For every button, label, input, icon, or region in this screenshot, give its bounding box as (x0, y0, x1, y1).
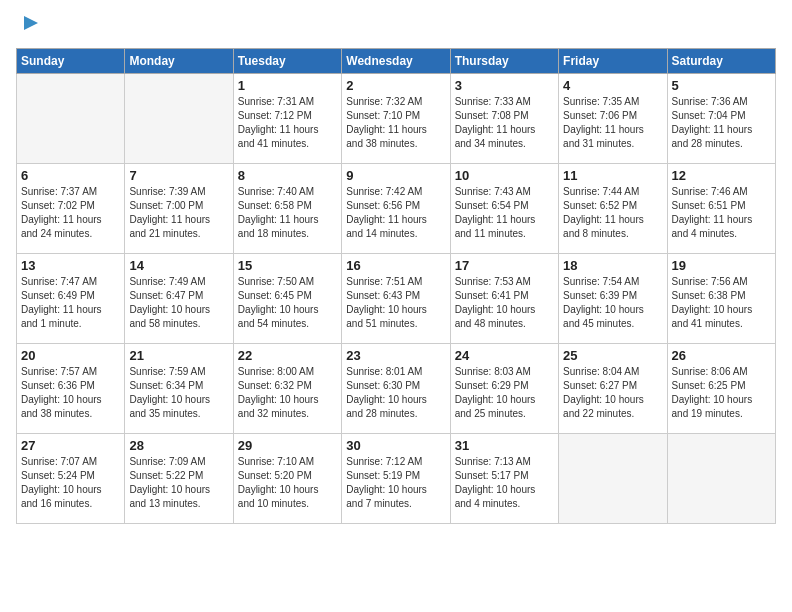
col-header-tuesday: Tuesday (233, 49, 341, 74)
cell-content: Sunrise: 7:42 AM Sunset: 6:56 PM Dayligh… (346, 185, 445, 241)
day-number: 22 (238, 348, 337, 363)
calendar-cell: 6Sunrise: 7:37 AM Sunset: 7:02 PM Daylig… (17, 164, 125, 254)
day-number: 24 (455, 348, 554, 363)
cell-content: Sunrise: 7:47 AM Sunset: 6:49 PM Dayligh… (21, 275, 120, 331)
day-number: 10 (455, 168, 554, 183)
calendar-week-1: 1Sunrise: 7:31 AM Sunset: 7:12 PM Daylig… (17, 74, 776, 164)
cell-content: Sunrise: 8:01 AM Sunset: 6:30 PM Dayligh… (346, 365, 445, 421)
day-number: 4 (563, 78, 662, 93)
calendar-cell: 23Sunrise: 8:01 AM Sunset: 6:30 PM Dayli… (342, 344, 450, 434)
calendar-cell: 30Sunrise: 7:12 AM Sunset: 5:19 PM Dayli… (342, 434, 450, 524)
col-header-sunday: Sunday (17, 49, 125, 74)
cell-content: Sunrise: 7:46 AM Sunset: 6:51 PM Dayligh… (672, 185, 771, 241)
cell-content: Sunrise: 7:35 AM Sunset: 7:06 PM Dayligh… (563, 95, 662, 151)
calendar-cell: 26Sunrise: 8:06 AM Sunset: 6:25 PM Dayli… (667, 344, 775, 434)
col-header-thursday: Thursday (450, 49, 558, 74)
cell-content: Sunrise: 8:03 AM Sunset: 6:29 PM Dayligh… (455, 365, 554, 421)
logo-icon (20, 12, 42, 34)
cell-content: Sunrise: 7:36 AM Sunset: 7:04 PM Dayligh… (672, 95, 771, 151)
calendar-cell: 24Sunrise: 8:03 AM Sunset: 6:29 PM Dayli… (450, 344, 558, 434)
col-header-friday: Friday (559, 49, 667, 74)
cell-content: Sunrise: 7:53 AM Sunset: 6:41 PM Dayligh… (455, 275, 554, 331)
calendar-cell: 27Sunrise: 7:07 AM Sunset: 5:24 PM Dayli… (17, 434, 125, 524)
calendar-cell: 2Sunrise: 7:32 AM Sunset: 7:10 PM Daylig… (342, 74, 450, 164)
cell-content: Sunrise: 7:43 AM Sunset: 6:54 PM Dayligh… (455, 185, 554, 241)
day-number: 13 (21, 258, 120, 273)
calendar-cell: 10Sunrise: 7:43 AM Sunset: 6:54 PM Dayli… (450, 164, 558, 254)
day-number: 2 (346, 78, 445, 93)
calendar-cell (125, 74, 233, 164)
day-number: 19 (672, 258, 771, 273)
calendar-week-2: 6Sunrise: 7:37 AM Sunset: 7:02 PM Daylig… (17, 164, 776, 254)
day-number: 14 (129, 258, 228, 273)
day-number: 17 (455, 258, 554, 273)
calendar-week-4: 20Sunrise: 7:57 AM Sunset: 6:36 PM Dayli… (17, 344, 776, 434)
cell-content: Sunrise: 7:51 AM Sunset: 6:43 PM Dayligh… (346, 275, 445, 331)
day-number: 3 (455, 78, 554, 93)
cell-content: Sunrise: 7:49 AM Sunset: 6:47 PM Dayligh… (129, 275, 228, 331)
day-number: 16 (346, 258, 445, 273)
day-number: 9 (346, 168, 445, 183)
cell-content: Sunrise: 7:54 AM Sunset: 6:39 PM Dayligh… (563, 275, 662, 331)
cell-content: Sunrise: 7:59 AM Sunset: 6:34 PM Dayligh… (129, 365, 228, 421)
day-number: 1 (238, 78, 337, 93)
calendar-cell: 9Sunrise: 7:42 AM Sunset: 6:56 PM Daylig… (342, 164, 450, 254)
cell-content: Sunrise: 7:44 AM Sunset: 6:52 PM Dayligh… (563, 185, 662, 241)
calendar-cell (17, 74, 125, 164)
calendar-cell: 15Sunrise: 7:50 AM Sunset: 6:45 PM Dayli… (233, 254, 341, 344)
cell-content: Sunrise: 7:32 AM Sunset: 7:10 PM Dayligh… (346, 95, 445, 151)
cell-content: Sunrise: 7:33 AM Sunset: 7:08 PM Dayligh… (455, 95, 554, 151)
day-number: 8 (238, 168, 337, 183)
day-number: 20 (21, 348, 120, 363)
day-number: 12 (672, 168, 771, 183)
cell-content: Sunrise: 8:04 AM Sunset: 6:27 PM Dayligh… (563, 365, 662, 421)
calendar-cell: 19Sunrise: 7:56 AM Sunset: 6:38 PM Dayli… (667, 254, 775, 344)
day-number: 26 (672, 348, 771, 363)
cell-content: Sunrise: 7:13 AM Sunset: 5:17 PM Dayligh… (455, 455, 554, 511)
day-number: 15 (238, 258, 337, 273)
calendar-cell: 8Sunrise: 7:40 AM Sunset: 6:58 PM Daylig… (233, 164, 341, 254)
cell-content: Sunrise: 8:00 AM Sunset: 6:32 PM Dayligh… (238, 365, 337, 421)
calendar-cell: 3Sunrise: 7:33 AM Sunset: 7:08 PM Daylig… (450, 74, 558, 164)
col-header-monday: Monday (125, 49, 233, 74)
cell-content: Sunrise: 7:12 AM Sunset: 5:19 PM Dayligh… (346, 455, 445, 511)
calendar-week-5: 27Sunrise: 7:07 AM Sunset: 5:24 PM Dayli… (17, 434, 776, 524)
day-number: 31 (455, 438, 554, 453)
day-number: 29 (238, 438, 337, 453)
calendar-cell: 14Sunrise: 7:49 AM Sunset: 6:47 PM Dayli… (125, 254, 233, 344)
day-number: 6 (21, 168, 120, 183)
calendar-cell (559, 434, 667, 524)
day-number: 11 (563, 168, 662, 183)
calendar-cell: 1Sunrise: 7:31 AM Sunset: 7:12 PM Daylig… (233, 74, 341, 164)
svg-marker-0 (24, 16, 38, 30)
calendar-cell: 16Sunrise: 7:51 AM Sunset: 6:43 PM Dayli… (342, 254, 450, 344)
calendar-cell (667, 434, 775, 524)
day-number: 25 (563, 348, 662, 363)
cell-content: Sunrise: 7:40 AM Sunset: 6:58 PM Dayligh… (238, 185, 337, 241)
cell-content: Sunrise: 7:50 AM Sunset: 6:45 PM Dayligh… (238, 275, 337, 331)
cell-content: Sunrise: 7:37 AM Sunset: 7:02 PM Dayligh… (21, 185, 120, 241)
day-number: 5 (672, 78, 771, 93)
day-number: 23 (346, 348, 445, 363)
day-number: 28 (129, 438, 228, 453)
calendar-week-3: 13Sunrise: 7:47 AM Sunset: 6:49 PM Dayli… (17, 254, 776, 344)
col-header-saturday: Saturday (667, 49, 775, 74)
day-number: 7 (129, 168, 228, 183)
calendar-cell: 5Sunrise: 7:36 AM Sunset: 7:04 PM Daylig… (667, 74, 775, 164)
day-number: 27 (21, 438, 120, 453)
calendar-cell: 13Sunrise: 7:47 AM Sunset: 6:49 PM Dayli… (17, 254, 125, 344)
page-header (16, 16, 776, 40)
cell-content: Sunrise: 7:07 AM Sunset: 5:24 PM Dayligh… (21, 455, 120, 511)
calendar-table: SundayMondayTuesdayWednesdayThursdayFrid… (16, 48, 776, 524)
calendar-cell: 18Sunrise: 7:54 AM Sunset: 6:39 PM Dayli… (559, 254, 667, 344)
calendar-cell: 21Sunrise: 7:59 AM Sunset: 6:34 PM Dayli… (125, 344, 233, 434)
logo (16, 16, 42, 40)
day-number: 18 (563, 258, 662, 273)
calendar-cell: 12Sunrise: 7:46 AM Sunset: 6:51 PM Dayli… (667, 164, 775, 254)
cell-content: Sunrise: 7:56 AM Sunset: 6:38 PM Dayligh… (672, 275, 771, 331)
cell-content: Sunrise: 8:06 AM Sunset: 6:25 PM Dayligh… (672, 365, 771, 421)
cell-content: Sunrise: 7:31 AM Sunset: 7:12 PM Dayligh… (238, 95, 337, 151)
day-number: 21 (129, 348, 228, 363)
calendar-cell: 4Sunrise: 7:35 AM Sunset: 7:06 PM Daylig… (559, 74, 667, 164)
calendar-cell: 7Sunrise: 7:39 AM Sunset: 7:00 PM Daylig… (125, 164, 233, 254)
